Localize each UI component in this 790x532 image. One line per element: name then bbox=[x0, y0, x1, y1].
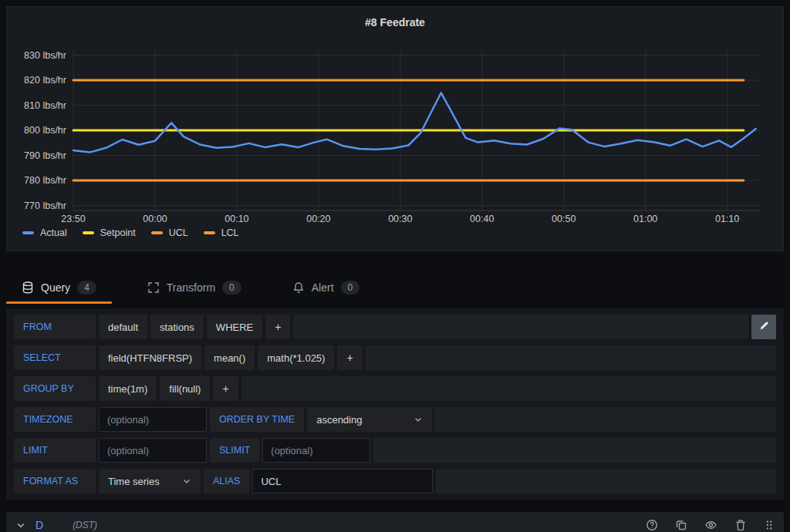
alert-count-badge: 0 bbox=[341, 281, 360, 295]
database-icon bbox=[22, 281, 34, 294]
edit-query-button[interactable] bbox=[751, 315, 776, 339]
legend-swatch bbox=[204, 231, 215, 234]
where-segment[interactable]: WHERE bbox=[207, 315, 262, 339]
svg-text:00:50: 00:50 bbox=[552, 214, 576, 224]
chart-panel: #8 Feedrate 830 lbs/hr820 lbs/hr810 lbs/… bbox=[6, 6, 784, 251]
row-filler bbox=[366, 345, 776, 370]
format-as-value: Time series bbox=[108, 476, 160, 487]
chevron-down-icon bbox=[414, 415, 423, 424]
svg-text:00:10: 00:10 bbox=[225, 214, 248, 224]
svg-text:01:00: 01:00 bbox=[633, 214, 657, 224]
legend-swatch bbox=[83, 231, 94, 234]
row-filler bbox=[241, 376, 776, 401]
timezone-input[interactable] bbox=[99, 407, 207, 432]
limit-input[interactable] bbox=[99, 438, 207, 463]
alias-keyword[interactable]: ALIAS bbox=[204, 469, 249, 493]
query-note: (DST) bbox=[73, 520, 97, 530]
svg-text:830 lbs/hr: 830 lbs/hr bbox=[24, 50, 66, 61]
legend-item-actual[interactable]: Actual bbox=[22, 227, 67, 238]
order-by-value: ascending bbox=[316, 414, 362, 426]
page: #8 Feedrate 830 lbs/hr820 lbs/hr810 lbs/… bbox=[0, 0, 790, 532]
select-math-segment[interactable]: math(*1.025) bbox=[258, 345, 334, 370]
row-filler bbox=[293, 315, 748, 339]
svg-text:23:50: 23:50 bbox=[61, 214, 85, 224]
from-database-segment[interactable]: default bbox=[99, 315, 147, 339]
query-count-badge: 4 bbox=[77, 281, 96, 295]
tab-alert[interactable]: Alert 0 bbox=[277, 271, 375, 304]
transform-count-badge: 0 bbox=[222, 281, 241, 295]
query-ref-id[interactable]: D bbox=[35, 519, 43, 531]
svg-text:01:10: 01:10 bbox=[715, 214, 739, 224]
svg-text:820 lbs/hr: 820 lbs/hr bbox=[24, 75, 66, 86]
pencil-icon bbox=[758, 320, 770, 334]
transform-icon bbox=[147, 281, 160, 294]
editor-tabs: Query 4 Transform 0 Alert 0 bbox=[6, 271, 784, 304]
query-row-limit: LIMIT SLIMIT bbox=[14, 438, 776, 463]
help-circle-icon[interactable] bbox=[646, 519, 658, 531]
timeseries-plot[interactable]: 830 lbs/hr820 lbs/hr810 lbs/hr800 lbs/hr… bbox=[7, 38, 783, 227]
eye-icon[interactable] bbox=[704, 519, 717, 531]
legend-label: Actual bbox=[40, 227, 67, 238]
group-by-time-segment[interactable]: time(1m) bbox=[99, 376, 157, 401]
group-by-keyword[interactable]: GROUP BY bbox=[14, 376, 96, 401]
legend-item-lcl[interactable]: LCL bbox=[204, 227, 239, 238]
from-measurement-segment[interactable]: stations bbox=[150, 315, 204, 339]
chart-legend: ActualSetpointUCLLCL bbox=[7, 227, 783, 238]
row-filler bbox=[435, 407, 776, 432]
order-by-select[interactable]: ascending bbox=[307, 407, 432, 432]
svg-text:780 lbs/hr: 780 lbs/hr bbox=[24, 175, 66, 186]
query-row-group-by: GROUP BY time(1m) fill(null) + bbox=[14, 376, 776, 401]
select-field-segment[interactable]: field(HTFN8FRSP) bbox=[99, 345, 201, 370]
svg-text:00:30: 00:30 bbox=[388, 214, 412, 224]
add-select-button[interactable]: + bbox=[337, 345, 362, 370]
alias-input[interactable] bbox=[252, 469, 433, 493]
chevron-down-icon bbox=[182, 476, 191, 486]
slimit-keyword[interactable]: SLIMIT bbox=[210, 438, 259, 463]
legend-label: Setpoint bbox=[100, 227, 136, 238]
row-filler bbox=[373, 438, 776, 463]
svg-text:00:20: 00:20 bbox=[306, 214, 330, 224]
svg-text:810 lbs/hr: 810 lbs/hr bbox=[24, 100, 66, 111]
tab-query[interactable]: Query 4 bbox=[6, 271, 112, 304]
limit-keyword[interactable]: LIMIT bbox=[14, 438, 96, 463]
legend-label: UCL bbox=[169, 227, 188, 238]
panel-title: #8 Feedrate bbox=[365, 16, 425, 29]
tab-label: Transform bbox=[167, 281, 215, 294]
group-by-fill-segment[interactable]: fill(null) bbox=[160, 376, 210, 401]
from-keyword[interactable]: FROM bbox=[14, 315, 96, 339]
query-row-select: SELECT field(HTFN8FRSP) mean() math(*1.0… bbox=[14, 345, 776, 370]
svg-text:00:00: 00:00 bbox=[143, 214, 167, 224]
timezone-keyword[interactable]: TIMEZONE bbox=[14, 407, 96, 432]
order-by-time-keyword[interactable]: ORDER BY TIME bbox=[210, 407, 304, 432]
query-row-header-d: D (DST) bbox=[6, 512, 784, 532]
panel-header[interactable]: #8 Feedrate bbox=[7, 7, 783, 38]
add-group-by-button[interactable]: + bbox=[213, 376, 238, 401]
legend-item-setpoint[interactable]: Setpoint bbox=[83, 227, 136, 238]
row-filler bbox=[436, 469, 776, 493]
query-row-format: FORMAT AS Time series ALIAS bbox=[14, 469, 776, 493]
tab-transform[interactable]: Transform 0 bbox=[132, 271, 257, 304]
select-mean-segment[interactable]: mean() bbox=[204, 345, 255, 370]
svg-text:790 lbs/hr: 790 lbs/hr bbox=[24, 150, 66, 161]
select-keyword[interactable]: SELECT bbox=[14, 345, 96, 370]
format-as-keyword[interactable]: FORMAT AS bbox=[14, 469, 96, 493]
copy-icon[interactable] bbox=[675, 519, 687, 531]
query-row-from: FROM default stations WHERE + bbox=[14, 315, 776, 339]
query-editor: FROM default stations WHERE + SELECT fie… bbox=[6, 308, 784, 500]
format-as-select[interactable]: Time series bbox=[99, 469, 201, 493]
add-where-button[interactable]: + bbox=[265, 315, 290, 339]
tab-label: Alert bbox=[312, 281, 334, 294]
legend-swatch bbox=[151, 231, 163, 234]
svg-text:770 lbs/hr: 770 lbs/hr bbox=[24, 200, 66, 211]
legend-label: LCL bbox=[221, 227, 239, 238]
svg-text:00:40: 00:40 bbox=[470, 214, 494, 224]
collapse-chevron-icon[interactable] bbox=[15, 520, 26, 530]
trash-icon[interactable] bbox=[734, 519, 747, 531]
svg-text:800 lbs/hr: 800 lbs/hr bbox=[24, 125, 66, 136]
drag-handle-icon[interactable] bbox=[764, 519, 775, 531]
slimit-input[interactable] bbox=[262, 438, 370, 463]
bell-icon bbox=[292, 281, 305, 294]
legend-item-ucl[interactable]: UCL bbox=[151, 227, 188, 238]
legend-swatch bbox=[22, 231, 34, 234]
query-row-timezone: TIMEZONE ORDER BY TIME ascending bbox=[14, 407, 776, 432]
